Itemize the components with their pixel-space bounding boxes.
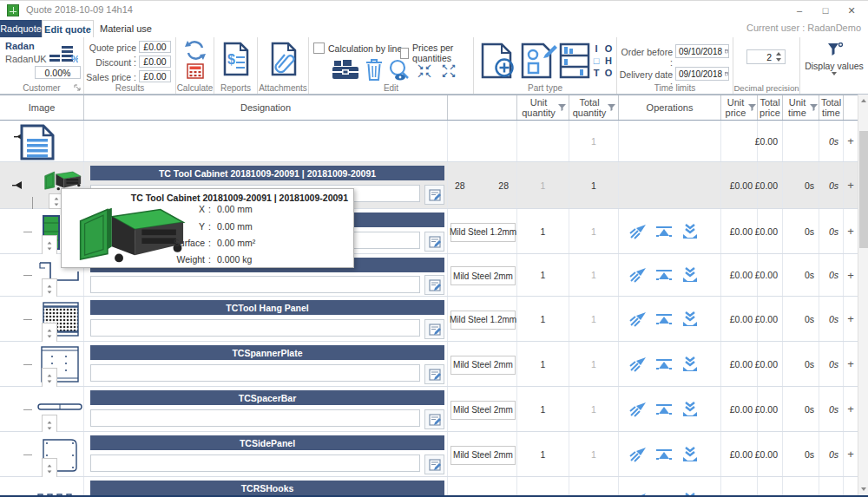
row-reorder-spinner[interactable] [42, 458, 57, 479]
add-row-button[interactable]: + [844, 162, 858, 208]
row-reorder-spinner[interactable] [42, 235, 57, 256]
header-total-quantity[interactable]: Total quantity [569, 95, 619, 120]
dialog-launcher-icon[interactable] [74, 84, 81, 91]
order-before-input[interactable]: 09/10/2018 [675, 44, 729, 58]
delivery-date-input[interactable]: 09/10/2018 [675, 67, 729, 81]
designation-input[interactable] [90, 319, 420, 337]
designation-bar[interactable]: TCSpannerPlate [90, 345, 444, 360]
customer-discount-input[interactable]: 0.00% [35, 66, 81, 79]
scrollbar-thumb[interactable] [859, 131, 868, 248]
cut-operation-icon[interactable] [629, 447, 647, 462]
edit-designation-button[interactable] [424, 275, 444, 295]
toolbox-icon[interactable] [332, 60, 359, 81]
add-row-button[interactable]: + [844, 342, 858, 386]
material-badge[interactable]: Mild Steel 2mm [450, 401, 516, 420]
unload-operation-icon[interactable] [681, 402, 699, 417]
material-badge[interactable]: Mild Steel 2mm [450, 446, 516, 465]
filter-icon[interactable] [558, 104, 566, 111]
group-label-attachments[interactable]: Attachments [258, 83, 308, 93]
designation-bar[interactable]: TCTool Hang Panel [90, 300, 444, 315]
maximize-button[interactable]: □ [812, 1, 838, 20]
designation-bar[interactable]: TC Tool Cabinet 20181009-20091 | 2018100… [90, 166, 444, 180]
designation-input[interactable] [90, 409, 420, 427]
designation-bar[interactable]: TCSidePanel [90, 435, 444, 450]
table-row[interactable]: TCSidePanel Mild Steel 2mm 1 1 [0, 432, 868, 477]
edit-designation-button[interactable] [424, 232, 444, 252]
header-image[interactable]: Image [0, 95, 84, 120]
decimal-precision-input[interactable]: 2 [746, 49, 786, 64]
row-reorder-spinner[interactable] [42, 368, 57, 389]
row-expand-icon[interactable] [12, 181, 23, 189]
add-row-button[interactable]: + [844, 209, 858, 253]
close-button[interactable]: ✕ [838, 1, 865, 20]
bend-operation-icon[interactable] [655, 267, 673, 283]
scroll-down-arrow[interactable] [858, 483, 868, 495]
table-row[interactable]: TCTool Hang Panel Mild Steel 1.2mm 1 1 [0, 297, 868, 342]
header-total-time[interactable]: Total time [819, 95, 844, 120]
designation-bar[interactable]: TCSpacerBar [90, 390, 444, 405]
cut-operation-icon[interactable] [629, 356, 647, 372]
display-values-label[interactable]: Display values [800, 61, 868, 71]
dropdown-caret-icon[interactable] [832, 75, 837, 86]
edit-designation-button[interactable] [424, 319, 444, 339]
unload-operation-icon[interactable] [681, 311, 699, 327]
bend-operation-icon[interactable] [655, 224, 673, 239]
add-row-button[interactable]: + [844, 477, 858, 497]
vertical-scrollbar[interactable] [858, 95, 868, 495]
display-filter-icon[interactable] [827, 43, 843, 56]
discount-input[interactable]: £0.00 [139, 56, 171, 68]
cut-operation-icon[interactable] [629, 224, 647, 239]
header-operations[interactable]: Operations [619, 95, 721, 120]
table-row[interactable]: TCSpannerPlate Mild Steel 2mm 1 1 [0, 342, 868, 387]
cut-operation-icon[interactable] [629, 402, 647, 417]
add-row-button[interactable]: + [844, 387, 858, 431]
scroll-up-arrow[interactable] [858, 95, 868, 107]
row-reorder-spinner[interactable] [42, 323, 57, 343]
calculator-icon[interactable] [187, 63, 204, 79]
bend-operation-icon[interactable] [655, 311, 673, 327]
filter-icon[interactable] [748, 104, 756, 111]
table-row[interactable]: TCSpacerBar Mild Steel 2mm 1 1 [0, 387, 868, 432]
designation-input[interactable] [90, 276, 420, 293]
decimal-precision-spinner[interactable] [773, 51, 783, 62]
bend-operation-icon[interactable] [655, 356, 673, 372]
add-row-button[interactable]: + [844, 297, 858, 341]
add-row-button[interactable]: + [844, 254, 858, 296]
expand-all-icon[interactable]: ↖ ↗ ↙ ↘ [441, 63, 457, 79]
cut-operation-icon[interactable] [629, 311, 647, 327]
delete-trash-icon[interactable] [365, 59, 383, 81]
designation-input[interactable] [90, 454, 420, 472]
edit-designation-button[interactable] [424, 185, 444, 205]
checkbox-icon[interactable] [400, 48, 409, 59]
tab-edit-quote[interactable]: Edit quote [42, 20, 94, 37]
table-row[interactable]: 1 £0.00 0s + [0, 121, 868, 162]
checkbox-icon[interactable] [313, 43, 325, 54]
unload-operation-icon[interactable] [681, 356, 699, 372]
document-icon[interactable] [19, 124, 56, 160]
new-part-icon[interactable] [481, 43, 516, 79]
group-label-reports[interactable]: Reports [214, 83, 257, 93]
table-row[interactable]: TCRSHooks Mild Steel 2mm 1 1 £0.00 £0.00 [0, 477, 868, 497]
collapse-all-icon[interactable]: ↘ ↙ ↗ ↖ [417, 63, 432, 79]
edit-designation-button[interactable] [424, 364, 444, 384]
edit-designation-button[interactable] [424, 409, 444, 429]
reports-icon[interactable]: $ [223, 42, 249, 76]
bar-thumbnail[interactable] [36, 402, 83, 411]
attachments-icon[interactable] [271, 42, 297, 76]
tab-radquote[interactable]: Radquote [0, 20, 42, 37]
customer-name[interactable]: Radan [5, 41, 35, 51]
group-label-calculate[interactable]: Calculate [176, 83, 214, 93]
sales-price-input[interactable]: £0.00 [139, 70, 171, 82]
bend-operation-icon[interactable] [655, 402, 673, 417]
filter-icon[interactable] [608, 104, 615, 111]
preview-magnifier-icon[interactable] [387, 59, 411, 82]
header-total-price[interactable]: Total price [758, 95, 783, 120]
designation-bar[interactable]: TCRSHooks [90, 481, 444, 495]
tab-material-use[interactable]: Material use [97, 20, 155, 37]
minimize-button[interactable]: – [786, 1, 812, 20]
unload-operation-icon[interactable] [681, 224, 699, 239]
unload-operation-icon[interactable] [681, 267, 699, 283]
filter-icon[interactable] [810, 104, 818, 111]
add-row-button[interactable]: + [844, 432, 858, 476]
quote-price-input[interactable]: £0.00 [139, 41, 171, 53]
